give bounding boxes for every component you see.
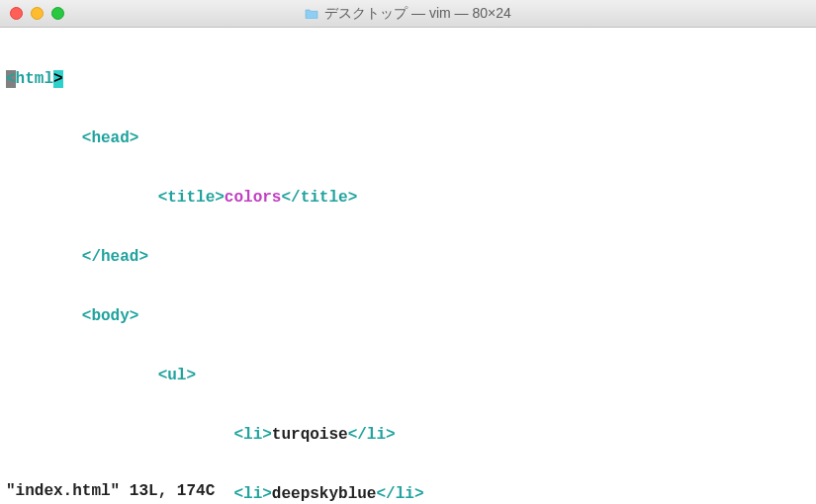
minimize-icon[interactable]	[31, 7, 44, 20]
code-line: <head>	[6, 128, 810, 148]
traffic-lights	[10, 7, 64, 20]
cursor: <	[6, 70, 16, 88]
editor-area[interactable]: <html> <head> <title>colors</title> </he…	[0, 28, 816, 504]
window-title-text: デスクトップ — vim — 80×24	[324, 5, 511, 23]
statusbar: "index.html" 13L, 174C	[6, 482, 215, 500]
close-icon[interactable]	[10, 7, 23, 20]
code-line: <title>colors</title>	[6, 188, 810, 208]
code-line: <html>	[6, 69, 810, 89]
code-line: <li>turqoise</li>	[6, 425, 810, 445]
maximize-icon[interactable]	[51, 7, 64, 20]
folder-icon	[305, 8, 318, 19]
code-line: <body>	[6, 306, 810, 326]
window-title: デスクトップ — vim — 80×24	[305, 5, 511, 23]
code-line: <ul>	[6, 366, 810, 385]
titlebar: デスクトップ — vim — 80×24	[0, 0, 816, 28]
code-line: </head>	[6, 247, 810, 267]
